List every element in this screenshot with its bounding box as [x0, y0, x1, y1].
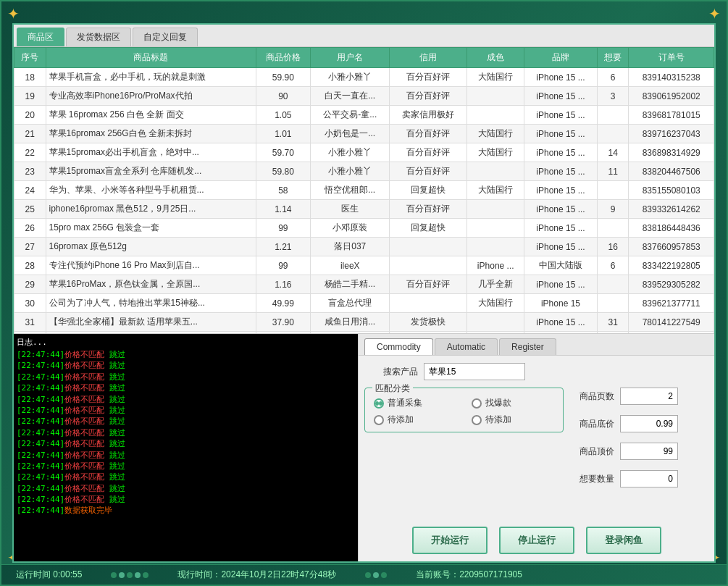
table-cell: [467, 106, 524, 125]
table-cell: 58: [256, 181, 310, 200]
page-count-input[interactable]: [620, 388, 678, 405]
table-cell: 卖家信用极好: [390, 106, 467, 125]
status-dots: [111, 572, 148, 578]
login-button[interactable]: 登录闲鱼: [586, 527, 661, 554]
table-row: 25iphone16promax 黑色512，9月25日...1.14医生百分百…: [14, 200, 714, 219]
table-row: 31【华强北全家桶】最新款 适用苹果五...37.90咸鱼日用消...发货极快i…: [14, 313, 714, 332]
table-cell: 百分百好评: [390, 162, 467, 181]
table-row: 29苹果16ProMax，原色钛金属，全原国...1.16杨皓二手精...百分百…: [14, 275, 714, 294]
table-cell: 780141227549: [629, 313, 714, 332]
dot-5: [143, 572, 148, 578]
table-cell: 59.80: [256, 162, 310, 181]
want-count-input[interactable]: [620, 470, 678, 487]
table-cell: iPhone 15 ...: [524, 162, 598, 181]
table-cell: iPhone 15 ...: [524, 313, 598, 332]
account-display: 当前账号：2209507171905: [416, 569, 522, 581]
table-cell: 1.01: [256, 125, 310, 143]
sub-tab-commodity[interactable]: Commodity: [364, 338, 433, 355]
corner-icon-tl: ✦: [7, 5, 20, 22]
table-cell: 839621377711: [629, 294, 714, 313]
table-cell: [467, 219, 524, 238]
table-row: 2716promax 原色512g1.21落日037iPhone 15 ...1…: [14, 238, 714, 256]
table-cell: 苹果手机盲盒，必中手机，玩的就是刺激: [46, 68, 256, 87]
button-row: 开始运行 停止运行 登录闲鱼: [359, 519, 714, 561]
col-header-username: 用户名: [310, 48, 390, 68]
table-row: 30公司为了冲人气，特地推出苹果15神秘...49.99盲盒总代理大陆国行iPh…: [14, 294, 714, 313]
max-price-label: 商品顶价: [571, 445, 614, 458]
table-cell: [467, 238, 524, 256]
radio-pending-1-circle: [374, 415, 384, 425]
sub-tab-bar: Commodity Automatic Register: [359, 334, 714, 356]
product-table: 序号 商品标题 商品价格 用户名 信用 成色 品牌 想要 订单号 18苹果手机盲…: [14, 47, 714, 333]
table-cell: [597, 275, 629, 294]
search-label: 搜索产品: [367, 366, 418, 378]
table-cell: 16promax 原色512g: [46, 238, 256, 256]
table-cell: 838186448436: [629, 219, 714, 238]
table-cell: [597, 294, 629, 313]
table-cell: 6: [597, 256, 629, 275]
table-cell: 836898314929: [629, 143, 714, 162]
table-cell: iPhone 15 ...: [524, 87, 598, 106]
want-count-row: 想要数量: [571, 470, 708, 487]
page-count-label: 商品页数: [571, 390, 614, 403]
table-cell: [467, 162, 524, 181]
log-line: [22:47:44]价格不匹配 跳过: [17, 461, 355, 472]
search-input[interactable]: [424, 363, 525, 380]
table-cell: 百分百好评: [390, 125, 467, 143]
table-cell: 838204467506: [629, 162, 714, 181]
stop-button[interactable]: 停止运行: [499, 527, 574, 554]
radio-find-hot[interactable]: 找爆款: [472, 397, 555, 409]
radio-pending-2[interactable]: 待添加: [472, 414, 555, 426]
table-cell: 【华强北全家桶】最新款 适用苹果五...: [46, 313, 256, 332]
table-cell: 苹果 16promax 256 白色 全新 面交: [46, 106, 256, 125]
log-title: 日志...: [17, 337, 355, 348]
dot-1: [111, 572, 117, 578]
status-dots-2: [365, 572, 387, 578]
table-cell: 大陆国行: [467, 68, 524, 87]
radio-pending-1[interactable]: 待添加: [374, 414, 457, 426]
log-line: [22:47:44]价格不匹配 跳过: [17, 382, 355, 393]
col-header-title: 商品标题: [46, 48, 256, 68]
radio-pending-2-label: 待添加: [485, 414, 511, 426]
table-cell: 专业高效率iPhone16Pro/ProMax代拍: [46, 87, 256, 106]
radio-pending-1-label: 待添加: [388, 414, 414, 426]
table-cell: 苹果16ProMax，原色钛金属，全原国...: [46, 275, 256, 294]
table-cell: 1.21: [256, 238, 310, 256]
table-cell: 839529305282: [629, 275, 714, 294]
log-line: [22:47:44]数据获取完毕: [17, 505, 355, 516]
table-cell: 16: [597, 238, 629, 256]
col-header-index: 序号: [14, 48, 46, 68]
table-cell: [467, 313, 524, 332]
table-cell: [390, 294, 467, 313]
current-time-display: 现行时间：2024年10月2日22时47分48秒: [177, 569, 336, 581]
table-cell: iPhone ...: [467, 256, 524, 275]
max-price-input[interactable]: [620, 443, 678, 460]
log-line: [22:47:44]价格不匹配 跳过: [17, 405, 355, 416]
min-price-input[interactable]: [620, 415, 678, 432]
sub-tab-automatic[interactable]: Automatic: [435, 338, 498, 355]
table-cell: 公司为了冲人气，特地推出苹果15神秘...: [46, 294, 256, 313]
radio-normal-collect-label: 普通采集: [388, 397, 422, 409]
sub-tab-register[interactable]: Register: [499, 338, 556, 355]
tab-custom-reply[interactable]: 自定义回复: [133, 28, 198, 46]
tab-commodity-zone[interactable]: 商品区: [17, 28, 64, 46]
table-cell: 28: [14, 256, 46, 275]
table-row: 2615pro max 256G 包装盒一套99小邓原装回复超快iPhone 1…: [14, 219, 714, 238]
table-cell: 小奶包是一...: [310, 125, 390, 143]
table-cell: 小邓原装: [310, 219, 390, 238]
table-cell: 22: [14, 143, 46, 162]
start-button[interactable]: 开始运行: [412, 527, 488, 554]
table-cell: iPhone 15 ...: [524, 106, 598, 125]
table-cell: iPhone 15 ...: [524, 143, 598, 162]
col-header-price: 商品价格: [256, 48, 310, 68]
tab-shipping-data[interactable]: 发货数据区: [66, 28, 131, 46]
table-cell: 23: [14, 162, 46, 181]
radio-grid: 普通采集 找爆款 待添加: [374, 397, 554, 426]
col-header-orderid: 订单号: [629, 48, 714, 68]
log-line: [22:47:44]价格不匹配 跳过: [17, 349, 355, 360]
radio-normal-collect[interactable]: 普通采集: [374, 397, 457, 409]
table-cell: 839681781015: [629, 106, 714, 125]
table-cell: 百分百好评: [390, 200, 467, 219]
table-cell: iPhone 15 ...: [524, 219, 598, 238]
table-cell: [597, 106, 629, 125]
